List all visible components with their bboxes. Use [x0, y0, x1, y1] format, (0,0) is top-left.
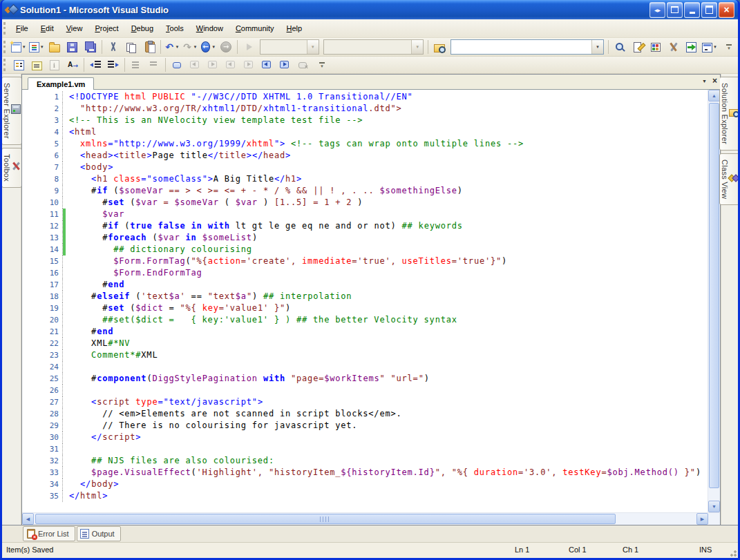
menu-tools[interactable]: Tools	[160, 19, 190, 37]
code-text: #end	[67, 326, 113, 338]
start-page-button[interactable]	[683, 39, 701, 55]
decrease-indent-button[interactable]	[86, 57, 104, 73]
menu-debug[interactable]: Debug	[125, 19, 160, 37]
previous-bookmark-in-folder-button[interactable]	[222, 57, 240, 73]
solution-platforms-combo[interactable]: ▼	[323, 39, 424, 55]
main-area: Server ExplorerToolbox Example1.vm ▼ × 1…	[2, 74, 738, 525]
code-line: 5 xmlns="http://www.w3.org/1999/xhtml"> …	[22, 138, 708, 150]
server-explorer-tab[interactable]: Server Explorer	[2, 77, 22, 145]
line-number: 30	[22, 432, 63, 443]
close-button[interactable]: ×	[719, 2, 734, 18]
previous-bookmark-in-document-button[interactable]	[258, 57, 276, 73]
properties-window-button[interactable]	[629, 39, 647, 55]
copy-button[interactable]	[122, 39, 140, 55]
toggle-bookmark-button[interactable]	[168, 57, 186, 73]
uncomment-selection-button[interactable]	[145, 57, 163, 73]
find-in-files-button[interactable]	[430, 39, 448, 55]
solution-explorer-tab[interactable]: Solution Explorer	[719, 77, 738, 151]
cut-button[interactable]	[104, 39, 122, 55]
resize-grip[interactable]	[728, 548, 737, 557]
object-browser-button[interactable]	[647, 39, 665, 55]
code-editor[interactable]: 1<!DOCTYPE html PUBLIC "-//W3C//DTD XHTM…	[22, 90, 720, 512]
vertical-scrollbar-thumb[interactable]	[709, 103, 719, 488]
find-symbol-button[interactable]	[611, 39, 629, 55]
code-line: 28 // <em>Elements are not scanned in sc…	[22, 408, 708, 420]
combo-dropdown-icon[interactable]: ▼	[591, 40, 603, 54]
menu-edit[interactable]: Edit	[35, 19, 60, 37]
scroll-down-icon[interactable]: ▼	[708, 501, 720, 512]
menu-view[interactable]: View	[60, 19, 89, 37]
horizontal-scroll-track[interactable]	[34, 513, 696, 525]
navfwd-icon: →	[220, 41, 231, 52]
scroll-right-icon[interactable]: ▶	[696, 513, 708, 525]
vertical-scroll-track[interactable]	[708, 102, 720, 501]
active-files-dropdown-icon[interactable]: ▼	[702, 77, 707, 85]
save-all-button[interactable]	[82, 39, 99, 55]
redo-button[interactable]: ↷▼	[181, 39, 199, 55]
start-debugging-button[interactable]	[240, 39, 258, 55]
toolbar-grip[interactable]	[3, 22, 8, 35]
overflow-bar-icon	[726, 44, 732, 46]
increase-indent-button[interactable]	[104, 57, 122, 73]
clear-bookmarks-button[interactable]	[294, 57, 312, 73]
paste-button[interactable]	[140, 39, 158, 55]
float-window-button[interactable]	[667, 2, 683, 18]
comment-selection-button[interactable]	[127, 57, 145, 73]
output-tab[interactable]: Output	[77, 526, 121, 541]
toolbar-separator	[428, 40, 428, 54]
toolbar-options-button[interactable]: ▼	[313, 57, 331, 73]
title-bar[interactable]: Solution1 - Microsoft Visual Studio ◀▶×	[2, 0, 738, 19]
solution-configurations-combo[interactable]: ▼	[260, 39, 319, 55]
toolbox-button[interactable]	[665, 39, 683, 55]
combo-dropdown-icon[interactable]: ▼	[411, 40, 423, 54]
code-text: <script type="text/javascript">	[67, 396, 263, 408]
find-combo[interactable]: ▼	[450, 39, 604, 55]
save-button[interactable]	[64, 39, 82, 55]
chevron-down-icon: ▼	[727, 46, 731, 50]
display-object-member-list-button[interactable]	[10, 57, 28, 73]
menu-file[interactable]: File	[10, 19, 35, 37]
toolbar-grip[interactable]	[3, 59, 8, 71]
combo-dropdown-icon[interactable]: ▼	[307, 40, 319, 54]
vertical-scrollbar[interactable]: ▲ ▼	[708, 90, 720, 512]
undo-button[interactable]: ↶▼	[163, 39, 181, 55]
open-file-button[interactable]	[46, 39, 64, 55]
menu-window[interactable]: Window	[190, 19, 229, 37]
new-project-button[interactable]: ▼	[10, 39, 28, 55]
next-bookmark-button[interactable]	[204, 57, 222, 73]
horizontal-scrollbar[interactable]: ◀ ▶	[22, 512, 720, 525]
next-bookmark-in-document-button[interactable]	[276, 57, 294, 73]
navigate-forward-button[interactable]: →	[217, 39, 235, 55]
display-quick-info-button[interactable]	[46, 57, 64, 73]
class-view-tab[interactable]: Class View	[719, 153, 738, 205]
line-number: 15	[22, 255, 63, 267]
close-document-icon[interactable]: ×	[712, 77, 717, 85]
scroll-left-icon[interactable]: ◀	[22, 513, 34, 525]
menu-help[interactable]: Help	[281, 19, 309, 37]
maximize-button[interactable]	[701, 2, 717, 18]
horizontal-scrollbar-thumb[interactable]	[35, 514, 616, 524]
previous-bookmark-button[interactable]	[186, 57, 204, 73]
line-number: 6	[22, 150, 63, 162]
command-window-button[interactable]: ▼	[701, 39, 719, 55]
menu-community[interactable]: Community	[229, 19, 281, 37]
display-parameter-info-button[interactable]	[28, 57, 46, 73]
toolbar-options-button[interactable]: ▼	[720, 39, 738, 55]
minimize-button[interactable]	[684, 2, 700, 18]
display-word-completion-button[interactable]	[64, 57, 82, 73]
line-number: 7	[22, 162, 63, 173]
code-text: #component(DiggStylePagination with "pag…	[67, 373, 430, 385]
error-list-tab[interactable]: Error List	[23, 526, 75, 541]
line-number: 31	[22, 443, 63, 455]
code-line: 23 Comment*#XML	[22, 349, 708, 361]
next-bookmark-in-folder-button[interactable]	[240, 57, 258, 73]
toolbar-grip[interactable]	[3, 41, 8, 53]
scroll-up-icon[interactable]: ▲	[708, 90, 720, 102]
navigate-backward-button[interactable]: ←▼	[199, 39, 218, 55]
menu-project[interactable]: Project	[88, 19, 124, 37]
toolbox-tab[interactable]: Toolbox	[2, 148, 22, 188]
code-surface[interactable]: 1<!DOCTYPE html PUBLIC "-//W3C//DTD XHTM…	[22, 90, 708, 512]
window-navigation-button[interactable]: ◀▶	[649, 2, 665, 18]
add-new-item-button[interactable]: ▼	[28, 39, 46, 55]
tab-example1-vm[interactable]: Example1.vm	[28, 77, 94, 90]
